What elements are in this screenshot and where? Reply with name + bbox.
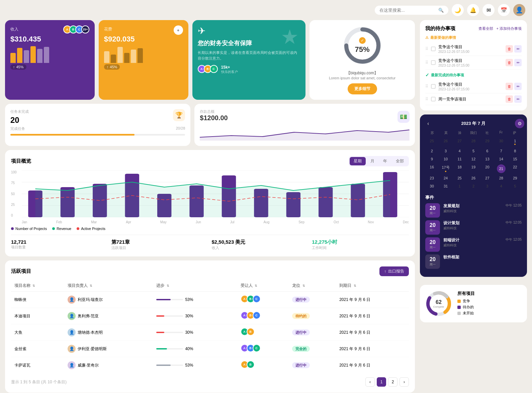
delete-todo-3-button[interactable]: 🗑 [506, 83, 513, 90]
cal-14[interactable]: 14 [495, 155, 508, 163]
edit-todo-3-button[interactable]: ✏ [514, 83, 522, 90]
cal-27[interactable]: 27 [481, 174, 494, 182]
cal-23[interactable]: 23 [425, 174, 438, 182]
calendar-button[interactable]: 📅 [498, 4, 510, 16]
cal-11[interactable]: 11 [453, 155, 466, 163]
tasks-progress-fill [10, 134, 135, 136]
cal-3[interactable]: 3 [439, 147, 452, 155]
drag-handle-2[interactable]: ⠿ [425, 60, 428, 65]
search-input[interactable] [379, 8, 436, 13]
export-report-button[interactable]: ↑ 出口报告 [379, 266, 409, 276]
drag-handle-4[interactable]: ⠿ [425, 97, 428, 101]
cal-6[interactable]: 6 [481, 147, 494, 155]
checkbox-4[interactable] [431, 97, 436, 101]
sort-status-icon[interactable]: ⇅ [302, 284, 305, 288]
page-2-button[interactable]: 2 [388, 377, 397, 387]
progress-track-4 [156, 348, 183, 349]
row-status-1: 进行中 [289, 292, 336, 308]
cal-4[interactable]: 4 [453, 147, 466, 155]
legend-pending: 待办的 [457, 305, 522, 310]
view-all-todo-link[interactable]: 查看全部 [478, 26, 493, 31]
todo-content-3: 竞争这个项目 2023-12-26 07:15:00 [438, 82, 503, 91]
cal-4-next[interactable]: 4 [495, 182, 508, 190]
cal-10[interactable]: 10 [439, 155, 452, 163]
ebar-5 [131, 50, 136, 63]
cal-16[interactable]: 16 [425, 163, 438, 174]
cal-28[interactable]: 28 [495, 174, 508, 182]
tab-year[interactable]: 年 [379, 157, 391, 165]
drag-handle-3[interactable]: ⠿ [425, 84, 428, 89]
more-details-button[interactable]: 更多细节 [348, 83, 377, 94]
cal-26[interactable]: 26 [467, 174, 480, 182]
add-expense-button[interactable]: + [174, 25, 183, 35]
cal-2[interactable]: 2 [425, 147, 438, 155]
sort-assignee-icon[interactable]: ⇅ [255, 284, 257, 288]
cal-26-prev[interactable]: 26 [439, 137, 452, 147]
drag-handle-1[interactable]: ⠿ [425, 47, 428, 51]
cal-30[interactable]: 30 [425, 182, 438, 190]
checkbox-1[interactable] [431, 47, 436, 51]
checkbox-2[interactable] [431, 60, 436, 65]
edit-todo-4-button[interactable]: ✏ [514, 95, 522, 103]
sort-progress-icon[interactable]: ⇅ [167, 284, 169, 288]
cal-1-next[interactable]: 1 [453, 182, 466, 190]
cal-27-prev[interactable]: 27 [453, 137, 466, 147]
delete-todo-4-button[interactable]: 🗑 [506, 95, 513, 103]
progress-pct-2: 30% [185, 314, 193, 318]
cal-30-prev[interactable]: 30 [495, 137, 508, 147]
add-todo-link[interactable]: + 添加待办事项 [497, 26, 522, 31]
cal-prev-button[interactable]: ‹ [425, 120, 431, 127]
mail-button[interactable]: ✉ [482, 4, 495, 16]
cal-3-next[interactable]: 3 [481, 182, 494, 190]
cal-21-today[interactable]: 21 [497, 164, 506, 173]
sort-date-icon[interactable]: ⇅ [354, 284, 356, 288]
cal-18[interactable]: 18 [453, 163, 466, 174]
cal-29-prev[interactable]: 29 [481, 137, 494, 147]
cal-25[interactable]: 25 [453, 174, 466, 182]
page-1-button[interactable]: 1 [377, 377, 386, 387]
sort-owner-icon[interactable]: ⇅ [90, 284, 92, 288]
notifications-button[interactable]: 🔔 [467, 4, 479, 16]
calendar-settings-button[interactable]: ⚙ [515, 119, 524, 128]
cal-9[interactable]: 9 [425, 155, 438, 163]
legend-notstarted: 未开始 [457, 311, 522, 316]
theme-toggle-button[interactable]: 🌙 [452, 4, 464, 16]
cal-28-prev[interactable]: 28 [467, 137, 480, 147]
delete-todo-1-button[interactable]: 🗑 [506, 45, 513, 53]
todo-item-4: ⠿ 周一竞争该项目 🗑 ✏ [425, 93, 522, 105]
sort-name-icon[interactable]: ⇅ [32, 284, 35, 288]
cal-19[interactable]: 19 [467, 163, 480, 174]
cal-20[interactable]: 20 [481, 163, 494, 174]
tab-week[interactable]: 星期 [350, 157, 366, 165]
ebar-1 [104, 51, 109, 63]
cal-7[interactable]: 7 [495, 147, 508, 155]
next-page-button[interactable]: › [400, 377, 409, 387]
table-pagination: 显示 1 到 5 条目 (共 10 个条目) ‹ 1 2 › [11, 377, 409, 387]
cal-2-next[interactable]: 2 [467, 182, 480, 190]
cal-29[interactable]: 29 [509, 174, 522, 182]
cal-22[interactable]: 22 [509, 163, 522, 174]
prev-page-button[interactable]: ‹ [365, 377, 375, 387]
tab-all[interactable]: 全部 [392, 157, 408, 165]
cal-24[interactable]: 24 [439, 174, 452, 182]
cal-15[interactable]: 15 [509, 155, 522, 163]
user-avatar[interactable]: 👤 [513, 4, 525, 16]
event-badge-3: 20 周一 [425, 237, 440, 252]
checkbox-3[interactable] [431, 84, 436, 89]
edit-todo-1-button[interactable]: ✏ [514, 45, 522, 53]
tab-month[interactable]: 月 [366, 157, 378, 165]
cal-1[interactable]: 1 [509, 137, 522, 147]
delete-todo-2-button[interactable]: 🗑 [506, 59, 513, 66]
savings-icon: 💵 [397, 111, 410, 123]
cal-25-prev[interactable]: 25 [425, 137, 438, 147]
cal-17[interactable]: 17号 [439, 163, 452, 174]
status-badge-2: 待约的 [292, 313, 310, 319]
cal-13[interactable]: 13 [481, 155, 494, 163]
legend-dot-revenue [52, 227, 55, 230]
cal-8[interactable]: 8 [509, 147, 522, 155]
cal-5-next[interactable]: 5 [509, 182, 522, 190]
cal-12[interactable]: 12 [467, 155, 480, 163]
edit-todo-2-button[interactable]: ✏ [514, 59, 522, 66]
cal-31[interactable]: 31 [439, 182, 452, 190]
cal-5[interactable]: 5 [467, 147, 480, 155]
